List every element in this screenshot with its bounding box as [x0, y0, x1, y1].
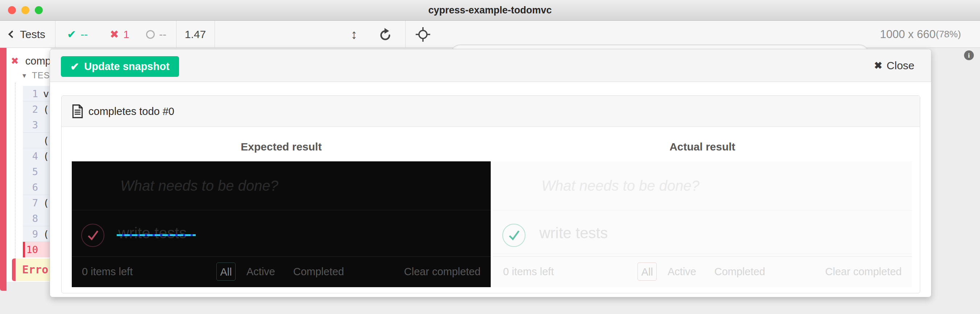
updown-arrow-icon: ↕ — [351, 21, 357, 48]
pending-value: -- — [159, 28, 166, 41]
viewport-scale: (78%) — [936, 21, 961, 48]
close-label: Close — [886, 59, 915, 72]
back-to-tests-label: Tests — [20, 28, 45, 41]
selector-playground-button[interactable] — [415, 27, 431, 44]
refresh-icon — [378, 27, 393, 42]
expected-snapshot: What needs to be done? write tests 0 ite… — [72, 161, 491, 287]
check-icon: ✔ — [67, 28, 76, 41]
items-left-count: 0 items left — [82, 263, 133, 281]
app-window: cypress-example-todomvc Tests ✔ -- ✖ 1 -… — [0, 0, 980, 314]
filter-completed: Completed — [293, 263, 344, 281]
crosshair-icon — [415, 27, 431, 42]
actual-snapshot: What needs to be done? write tests 0 ite… — [493, 161, 912, 287]
pending-circle-icon — [146, 30, 155, 39]
indent-guide — [15, 83, 16, 276]
strikethrough-line — [117, 234, 196, 236]
todo-toggle-icon — [81, 224, 104, 247]
snapshot-test-header: completes todo #0 — [62, 96, 920, 127]
x-icon: ✖ — [110, 28, 119, 41]
suite-toggle[interactable]: ▾ TES — [22, 70, 50, 80]
pending-count: -- — [146, 21, 166, 48]
titlebar: cypress-example-todomvc — [0, 0, 980, 21]
refresh-button[interactable] — [378, 27, 393, 43]
overlay-header: ✔ Update snapshot ✖ Close — [50, 49, 931, 82]
fail-x-icon: ✖ — [11, 56, 19, 67]
info-icon[interactable]: i — [964, 50, 974, 60]
divider — [405, 21, 406, 48]
clear-completed-link: Clear completed — [825, 263, 902, 281]
snapshot-compare-box: completes todo #0 Expected result Actual… — [61, 96, 920, 293]
snapshot-test-title: completes todo #0 — [88, 96, 174, 127]
viewport-size: 1000 x 660 — [880, 21, 935, 48]
divider — [55, 21, 56, 48]
window-title: cypress-example-todomvc — [0, 0, 980, 21]
divider — [215, 21, 215, 48]
failed-test-stripe — [0, 48, 6, 291]
new-todo-placeholder: What needs to be done? — [120, 161, 278, 210]
todo-toggle-icon — [502, 224, 525, 247]
filter-completed: Completed — [714, 263, 765, 281]
failed-test-title[interactable]: ✖ compl — [11, 55, 53, 67]
todo-item-label: write tests — [118, 210, 187, 257]
filter-all: All — [638, 263, 657, 281]
test-duration: 1.47 — [176, 21, 215, 48]
suite-label: TES — [32, 70, 50, 80]
passed-count: ✔ -- — [67, 21, 88, 48]
document-icon — [72, 104, 83, 120]
failed-count: ✖ 1 — [110, 21, 129, 48]
actual-heading: Actual result — [493, 139, 912, 155]
update-snapshot-label: Update snapshot — [84, 61, 169, 73]
failed-value: 1 — [123, 28, 129, 41]
items-left-count: 0 items left — [503, 263, 554, 281]
todo-item-label: write tests — [539, 210, 608, 257]
expected-heading: Expected result — [72, 139, 491, 155]
close-icon: ✖ — [874, 60, 883, 72]
filter-active: Active — [668, 263, 696, 281]
new-todo-placeholder: What needs to be done? — [541, 161, 700, 210]
check-icon: ✔ — [70, 61, 79, 73]
test-name: compl — [25, 55, 53, 67]
passed-value: -- — [80, 28, 88, 41]
filter-active: Active — [247, 263, 275, 281]
toolbar: Tests ✔ -- ✖ 1 -- 1.47 ↕ — [0, 21, 980, 48]
clear-completed-link: Clear completed — [404, 263, 480, 281]
reporter-sidebar: ✖ compl ▾ TES 1v 2( 3 ( 4( 5 6 7( 8 9( 1… — [6, 48, 51, 282]
update-snapshot-button[interactable]: ✔ Update snapshot — [61, 56, 179, 77]
filter-all: All — [216, 263, 235, 281]
back-to-tests-button[interactable]: Tests — [7, 21, 45, 48]
close-button[interactable]: ✖ Close — [874, 49, 915, 82]
chevron-left-icon — [8, 30, 16, 38]
divider — [493, 253, 912, 254]
snapshot-overlay: ✔ Update snapshot ✖ Close — [50, 49, 931, 297]
collapse-triangle-icon: ▾ — [22, 71, 26, 80]
